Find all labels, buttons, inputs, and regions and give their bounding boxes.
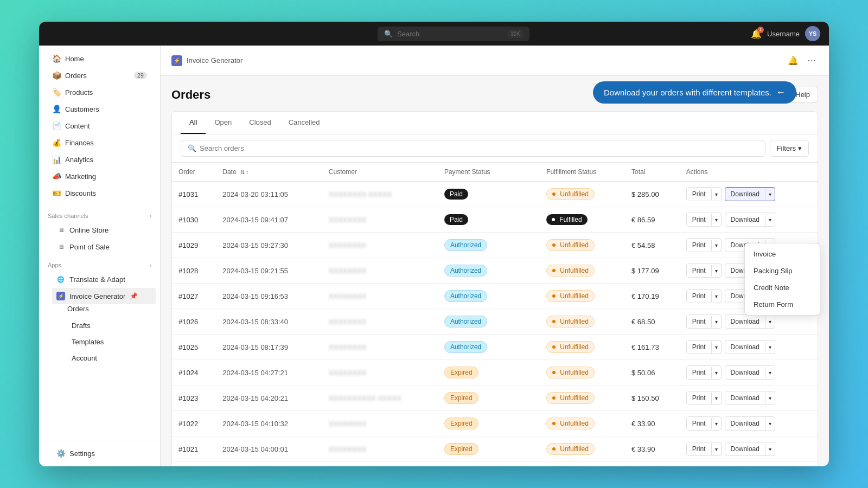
sidebar-item-finances[interactable]: 💰 Finances: [43, 134, 156, 151]
search-bar[interactable]: 🔍: [181, 140, 765, 157]
print-btn-container[interactable]: Print ▾: [686, 187, 722, 201]
download-button[interactable]: Download: [725, 341, 765, 354]
print-caret[interactable]: ▾: [711, 393, 721, 404]
download-btn-container[interactable]: Download ▾: [725, 416, 775, 431]
sidebar-item-translate[interactable]: 🌐 Translate & Adapt: [43, 271, 156, 287]
download-btn-container[interactable]: Download ▾: [725, 365, 775, 380]
subnav-account[interactable]: Account: [63, 350, 156, 366]
download-caret[interactable]: ▾: [765, 189, 775, 200]
sidebar-item-orders[interactable]: 📦 Orders 29: [43, 67, 156, 84]
download-caret[interactable]: ▾: [765, 342, 775, 353]
table-toolbar: 🔍 Filters ▾: [172, 134, 818, 163]
pin-icon[interactable]: 📌: [130, 292, 138, 300]
col-date[interactable]: Date ⇅ ↕: [216, 163, 322, 182]
print-caret[interactable]: ▾: [711, 342, 721, 353]
sidebar-item-online-store[interactable]: 🖥 Online Store: [43, 222, 156, 238]
cell-payment: Expired: [438, 386, 540, 411]
print-button[interactable]: Print: [687, 417, 711, 430]
print-caret[interactable]: ▾: [711, 265, 721, 277]
download-button[interactable]: Download: [725, 188, 765, 201]
sidebar-item-content[interactable]: 📄 Content: [43, 118, 156, 134]
download-btn-container[interactable]: Download ▾: [725, 391, 775, 405]
print-button[interactable]: Print: [687, 239, 711, 252]
dropdown-item-credit-note[interactable]: Credit Note: [745, 279, 820, 296]
print-btn-container[interactable]: Print ▾: [686, 416, 722, 431]
sidebar-item-marketing[interactable]: 📣 Marketing: [43, 168, 156, 184]
print-button[interactable]: Print: [687, 315, 711, 328]
download-btn-container[interactable]: Download ▾: [725, 213, 775, 227]
sidebar-item-discounts[interactable]: 🎫 Discounts: [43, 185, 156, 201]
print-button[interactable]: Print: [687, 366, 711, 379]
apps-arrow[interactable]: ›: [150, 262, 151, 268]
print-btn-container[interactable]: Print ▾: [686, 264, 722, 278]
download-caret[interactable]: ▾: [765, 393, 775, 404]
print-btn-container[interactable]: Print ▾: [686, 391, 722, 405]
print-button[interactable]: Print: [687, 341, 711, 354]
print-button[interactable]: Print: [687, 213, 711, 226]
print-btn-container[interactable]: Print ▾: [686, 365, 722, 380]
download-btn-container[interactable]: Download ▾: [725, 314, 775, 329]
print-btn-container[interactable]: Print ▾: [686, 289, 722, 303]
tab-open[interactable]: Open: [206, 112, 240, 134]
download-btn-container[interactable]: Download ▾: [725, 340, 775, 354]
download-button[interactable]: Download: [725, 417, 765, 430]
download-button[interactable]: Download: [725, 442, 765, 455]
print-caret[interactable]: ▾: [711, 444, 721, 455]
print-caret[interactable]: ▾: [711, 418, 721, 429]
download-caret[interactable]: ▾: [765, 214, 775, 226]
print-caret[interactable]: ▾: [711, 240, 721, 251]
search-bar-container[interactable]: 🔍 ⌘K: [378, 27, 529, 41]
print-button[interactable]: Print: [687, 264, 711, 277]
print-caret[interactable]: ▾: [711, 189, 721, 200]
sidebar-item-invoice-gen[interactable]: ⚡ Invoice Generator 📌: [52, 288, 156, 304]
print-button[interactable]: Print: [687, 188, 711, 201]
print-caret[interactable]: ▾: [711, 291, 721, 302]
sidebar-item-customers[interactable]: 👤 Customers: [43, 101, 156, 117]
print-btn-container[interactable]: Print ▾: [686, 238, 722, 252]
tab-all[interactable]: All: [181, 112, 206, 134]
download-caret[interactable]: ▾: [765, 316, 775, 328]
print-button[interactable]: Print: [687, 290, 711, 303]
print-btn-container[interactable]: Print ▾: [686, 442, 722, 456]
print-caret[interactable]: ▾: [711, 316, 721, 328]
subnav-orders[interactable]: Orders: [63, 305, 156, 317]
avatar[interactable]: YS: [805, 26, 820, 41]
payment-badge: Paid: [444, 214, 468, 225]
subnav-templates[interactable]: Templates: [63, 334, 156, 350]
global-search-input[interactable]: [397, 30, 503, 38]
tab-closed[interactable]: Closed: [240, 112, 279, 134]
sales-channels-arrow[interactable]: ›: [150, 213, 151, 219]
print-btn-container[interactable]: Print ▾: [686, 213, 722, 227]
dropdown-item-return-form[interactable]: Return Form: [745, 296, 820, 313]
sidebar-item-point-of-sale[interactable]: 🖥 Point of Sale: [43, 239, 156, 255]
dropdown-item-packing-slip[interactable]: Packing Slip: [745, 262, 820, 279]
notifications-bell[interactable]: 🔔 1: [751, 29, 762, 39]
download-caret[interactable]: ▾: [765, 444, 775, 455]
sidebar-item-settings[interactable]: ⚙️ Settings: [48, 445, 151, 461]
print-caret[interactable]: ▾: [711, 214, 721, 226]
download-btn-container[interactable]: Download ▾: [725, 187, 775, 201]
download-button[interactable]: Download: [725, 315, 765, 328]
sidebar-item-home[interactable]: 🏠 Home: [43, 50, 156, 67]
print-btn-container[interactable]: Print ▾: [686, 314, 722, 329]
sidebar-item-products[interactable]: 🏷️ Products: [43, 84, 156, 100]
sidebar-item-analytics[interactable]: 📊 Analytics: [43, 151, 156, 168]
download-button[interactable]: Download: [725, 213, 765, 226]
annotation-arrow-icon: ←: [776, 87, 786, 98]
bell-icon-btn[interactable]: 🔔: [786, 53, 801, 68]
download-caret[interactable]: ▾: [765, 367, 775, 378]
dropdown-item-invoice[interactable]: Invoice: [745, 246, 820, 262]
tab-cancelled[interactable]: Cancelled: [280, 112, 329, 134]
download-button[interactable]: Download: [725, 391, 765, 404]
download-button[interactable]: Download: [725, 366, 765, 379]
filters-button[interactable]: Filters ▾: [770, 140, 809, 157]
orders-search-input[interactable]: [200, 144, 758, 152]
print-button[interactable]: Print: [687, 391, 711, 404]
subnav-drafts[interactable]: Drafts: [63, 318, 156, 333]
print-button[interactable]: Print: [687, 442, 711, 455]
print-btn-container[interactable]: Print ▾: [686, 340, 722, 354]
print-caret[interactable]: ▾: [711, 367, 721, 378]
more-options-btn[interactable]: ⋯: [805, 53, 818, 68]
download-caret[interactable]: ▾: [765, 418, 775, 429]
download-btn-container[interactable]: Download ▾: [725, 442, 775, 456]
